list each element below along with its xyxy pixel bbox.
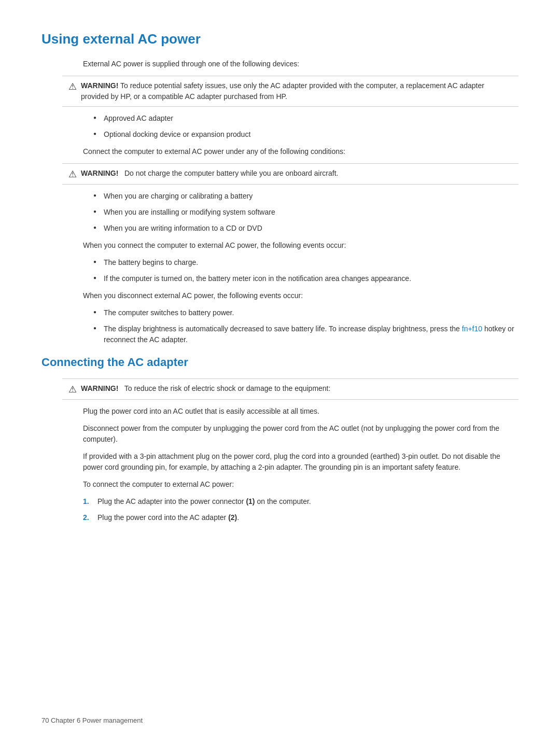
section2-title: Connecting the AC adapter xyxy=(41,356,519,371)
warning-box-2: ⚠ WARNING! Do not charge the computer ba… xyxy=(62,163,519,185)
connect-intro: When you connect the computer to externa… xyxy=(83,240,519,251)
step-1: 1. Plug the AC adapter into the power co… xyxy=(83,496,519,507)
page-container: Using external AC power External AC powe… xyxy=(0,0,560,571)
warning-label-3: WARNING! xyxy=(81,384,118,392)
section1-intro: External AC power is supplied through on… xyxy=(83,59,519,69)
section2-para3: If provided with a 3-pin attachment plug… xyxy=(83,451,519,473)
fn-f10-link: fn+f10 xyxy=(462,325,482,333)
step-num-2: 2. xyxy=(83,512,93,523)
warning-content-1: To reduce potential safety issues, use o… xyxy=(81,81,484,101)
bullet-list-3: The battery begins to charge. If the com… xyxy=(93,257,519,284)
bullet-list-2: When you are charging or calibrating a b… xyxy=(93,191,519,234)
disconnect-intro: When you disconnect external AC power, t… xyxy=(83,290,519,301)
list-item: The computer switches to battery power. xyxy=(93,307,519,318)
bullet-list-1: Approved AC adapter Optional docking dev… xyxy=(93,113,519,140)
warning-text-1: WARNING! To reduce potential safety issu… xyxy=(81,80,512,102)
step-text-2: Plug the power cord into the AC adapter … xyxy=(97,512,239,523)
list-item: The battery begins to charge. xyxy=(93,257,519,268)
ordered-steps: 1. Plug the AC adapter into the power co… xyxy=(83,496,519,523)
brightness-text-prefix: The display brightness is automatically … xyxy=(104,325,462,333)
step-num-1: 1. xyxy=(83,496,93,507)
list-item: When you are writing information to a CD… xyxy=(93,223,519,234)
warning-label-1: WARNING! xyxy=(81,81,118,90)
warning-icon-2: ⚠ xyxy=(68,168,77,180)
step-2: 2. Plug the power cord into the AC adapt… xyxy=(83,512,519,523)
step-text-1: Plug the AC adapter into the power conne… xyxy=(97,496,311,507)
warning-text-3: WARNING! To reduce the risk of electric … xyxy=(81,383,512,394)
warning-text-2: WARNING! Do not charge the computer batt… xyxy=(81,168,512,179)
section1-title: Using external AC power xyxy=(41,31,519,49)
warning-label-2: WARNING! xyxy=(81,169,118,177)
warning-box-3: ⚠ WARNING! To reduce the risk of electri… xyxy=(62,378,519,400)
section2-para2: Disconnect power from the computer by un… xyxy=(83,423,519,445)
list-item: The display brightness is automatically … xyxy=(93,324,519,345)
warning-icon-3: ⚠ xyxy=(68,384,77,395)
section2-para1: Plug the power cord into an AC outlet th… xyxy=(83,406,519,417)
warning-box-1: ⚠ WARNING! To reduce potential safety is… xyxy=(62,76,519,107)
warning-content-2: Do not charge the computer battery while… xyxy=(124,169,338,177)
list-item: Approved AC adapter xyxy=(93,113,519,124)
warning-icon-1: ⚠ xyxy=(68,81,77,92)
conditions-intro: Connect the computer to external AC powe… xyxy=(83,146,519,157)
bullet-list-4: The computer switches to battery power. … xyxy=(93,307,519,345)
list-item: Optional docking device or expansion pro… xyxy=(93,129,519,140)
warning-content-3: To reduce the risk of electric shock or … xyxy=(124,384,331,392)
footer: 70 Chapter 6 Power management xyxy=(41,716,143,724)
list-item: If the computer is turned on, the batter… xyxy=(93,273,519,284)
list-item: When you are installing or modifying sys… xyxy=(93,207,519,218)
section2-connect-intro: To connect the computer to external AC p… xyxy=(83,479,519,490)
list-item: When you are charging or calibrating a b… xyxy=(93,191,519,202)
